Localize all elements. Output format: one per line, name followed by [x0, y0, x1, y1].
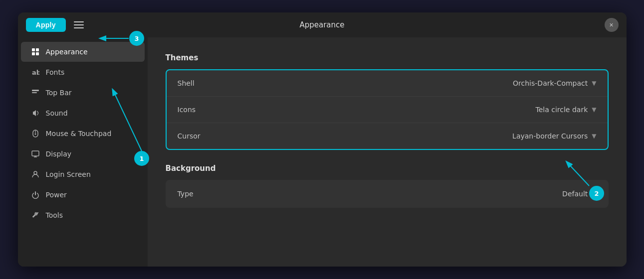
type-dropdown-arrow: ▼	[592, 190, 596, 197]
shell-value: Orchis-Dark-Compact	[513, 79, 588, 87]
svg-point-9	[34, 134, 36, 135]
sidebar-item-mouse[interactable]: Mouse & Touchpad	[21, 124, 145, 143]
svg-rect-0	[32, 48, 35, 51]
sidebar: Appearance ab Fonts	[18, 37, 148, 267]
sidebar-item-tools[interactable]: Tools	[21, 205, 145, 225]
apply-button[interactable]: Apply	[26, 18, 66, 32]
svg-point-11	[34, 171, 37, 174]
type-label: Type	[178, 190, 194, 198]
svg-rect-6	[32, 92, 37, 93]
icons-label: Icons	[178, 106, 196, 114]
sidebar-item-topbar[interactable]: Top Bar	[21, 83, 145, 103]
svg-rect-10	[32, 151, 39, 156]
titlebar: Apply Appearance ×	[18, 12, 627, 37]
themes-card: Shell Orchis-Dark-Compact ▼ Icons Tela c…	[166, 69, 609, 150]
background-card: Type Default ▼	[166, 180, 609, 208]
cursor-label: Cursor	[178, 132, 201, 140]
main-window: Apply Appearance ×	[18, 12, 627, 267]
cursor-value: Layan-border Cursors	[512, 132, 588, 140]
sidebar-label-mouse: Mouse & Touchpad	[46, 130, 112, 138]
shell-label: Shell	[178, 79, 195, 87]
svg-rect-1	[36, 48, 39, 51]
icons-value-group[interactable]: Tela circle dark ▼	[536, 106, 597, 114]
login-icon	[31, 170, 40, 179]
sidebar-item-login[interactable]: Login Screen	[21, 164, 145, 184]
mouse-icon	[31, 129, 40, 138]
sidebar-label-power: Power	[46, 191, 67, 199]
topbar-icon	[31, 88, 40, 97]
sidebar-item-fonts[interactable]: ab Fonts	[21, 62, 145, 82]
sidebar-label-tools: Tools	[46, 211, 63, 219]
type-value-group[interactable]: Default ▼	[562, 190, 596, 198]
svg-rect-2	[32, 52, 35, 55]
window-title: Appearance	[299, 20, 344, 29]
background-section-title: Background	[166, 164, 609, 173]
hamburger-menu[interactable]	[74, 21, 84, 28]
sidebar-label-fonts: Fonts	[46, 68, 65, 76]
themes-section-title: Themes	[166, 53, 609, 62]
power-icon	[31, 190, 40, 199]
fonts-icon: ab	[31, 68, 40, 77]
sidebar-item-display[interactable]: Display	[21, 144, 145, 164]
svg-rect-3	[36, 52, 39, 55]
shell-row: Shell Orchis-Dark-Compact ▼	[167, 70, 608, 97]
sidebar-item-appearance[interactable]: Appearance	[21, 42, 145, 62]
shell-value-group[interactable]: Orchis-Dark-Compact ▼	[513, 79, 596, 87]
cursor-value-group[interactable]: Layan-border Cursors ▼	[512, 132, 596, 140]
tools-icon	[31, 211, 40, 220]
sound-icon	[31, 109, 40, 118]
sidebar-label-sound: Sound	[46, 109, 68, 117]
sidebar-label-login: Login Screen	[46, 170, 91, 178]
display-icon	[31, 149, 40, 158]
type-value: Default	[562, 190, 588, 198]
icons-value: Tela circle dark	[536, 106, 588, 114]
type-row: Type Default ▼	[167, 181, 608, 207]
sidebar-item-sound[interactable]: Sound	[21, 103, 145, 123]
shell-dropdown-arrow: ▼	[592, 80, 596, 87]
sidebar-item-power[interactable]: Power	[21, 185, 145, 205]
sidebar-label-display: Display	[46, 150, 72, 158]
icons-row: Icons Tela circle dark ▼	[167, 97, 608, 123]
svg-text:ab: ab	[32, 69, 39, 76]
main-content: Themes Shell Orchis-Dark-Compact ▼ Icons…	[148, 37, 627, 267]
svg-rect-5	[32, 90, 39, 91]
sidebar-label-appearance: Appearance	[46, 48, 88, 56]
icons-dropdown-arrow: ▼	[592, 106, 596, 113]
cursor-row: Cursor Layan-border Cursors ▼	[167, 123, 608, 149]
content-area: Appearance ab Fonts	[18, 37, 627, 267]
cursor-dropdown-arrow: ▼	[592, 133, 596, 140]
appearance-icon	[31, 47, 40, 56]
close-button[interactable]: ×	[605, 18, 619, 32]
sidebar-label-topbar: Top Bar	[46, 89, 72, 97]
